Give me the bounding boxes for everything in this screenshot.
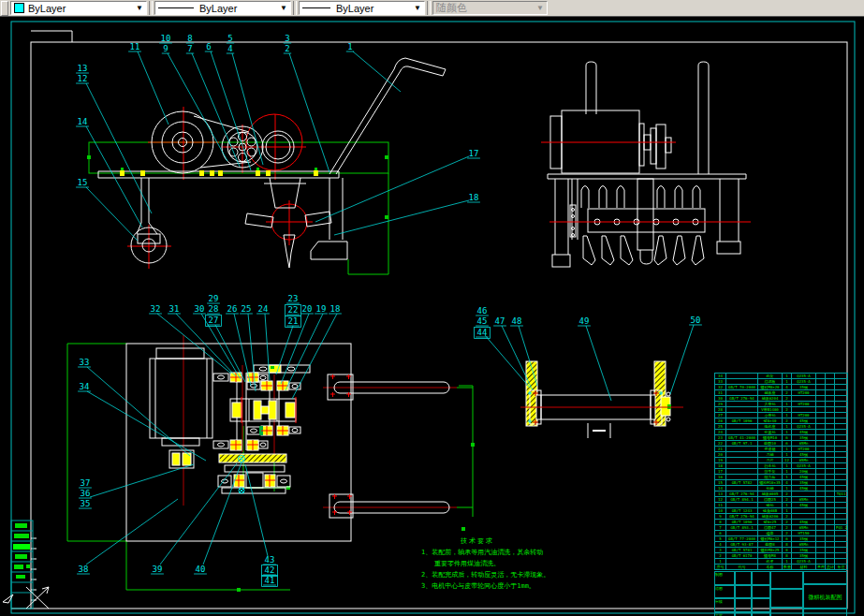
linetype-icon	[158, 7, 194, 8]
title-block-cell	[752, 571, 770, 585]
callout-10: 10	[161, 34, 171, 43]
callout-50: 50	[691, 315, 701, 325]
notes-line: 重要零件用煤油清洗。	[434, 558, 613, 569]
title-block-cell	[735, 612, 752, 616]
toolbar-separator	[427, 1, 431, 15]
title-block-cell	[752, 612, 770, 616]
callout-1: 1	[347, 42, 352, 51]
notes-line: 2、装配完成后，转动应灵活，无卡滞现象。	[421, 569, 613, 580]
title-block-label: 描图	[714, 585, 735, 599]
callout-37: 37	[81, 478, 91, 488]
chevron-down-icon: ▼	[536, 4, 544, 12]
title-block-label: 审核	[714, 598, 735, 612]
color-value: ByLayer	[28, 3, 132, 14]
callout-18: 18	[330, 304, 341, 314]
callout-28: 28	[209, 304, 219, 314]
notes-line: 3、电机中心与皮带轮同心度小于1mm。	[421, 580, 613, 592]
callout-25: 25	[242, 304, 252, 314]
callout-6: 6	[206, 42, 211, 51]
callout-29: 29	[209, 294, 219, 303]
callout-21: 21	[288, 316, 299, 326]
callout-46: 46	[477, 306, 488, 315]
callout-22: 22	[288, 305, 299, 315]
title-block-cell	[752, 598, 770, 612]
callout-44: 44	[477, 328, 488, 337]
callout-47: 47	[495, 316, 505, 326]
view-front-elevation	[541, 62, 751, 267]
chevron-down-icon[interactable]: ▼	[414, 4, 421, 12]
callout-annotations: 1325468710911131214151718323130292827262…	[76, 34, 702, 587]
left-margin-table	[11, 521, 33, 609]
callout-23: 23	[288, 294, 299, 303]
callout-30: 30	[195, 304, 205, 314]
callout-35: 35	[81, 499, 91, 508]
callout-36: 36	[81, 489, 91, 498]
callout-32: 32	[151, 304, 161, 314]
callout-45: 45	[477, 316, 488, 326]
view-plan	[67, 335, 475, 592]
callout-18: 18	[469, 193, 479, 202]
title-block-label: 工艺	[714, 612, 735, 616]
title-block-cell	[770, 608, 803, 616]
callout-19: 19	[316, 304, 327, 314]
title-block: 制图描图审核工艺 微耕机装配图	[714, 571, 847, 616]
color-control-dropdown[interactable]: ByLayer ▼	[10, 1, 147, 15]
callout-39: 39	[153, 565, 163, 574]
title-block-cell	[735, 571, 752, 585]
properties-toolbar: ByLayer ▼ ByLayer ▼ ByLayer ▼ 随颜色 ▼	[0, 0, 864, 17]
lineweight-icon	[302, 7, 330, 8]
color-swatch-icon	[14, 3, 24, 13]
title-block-cell	[735, 585, 752, 599]
title-block-cell	[803, 609, 847, 616]
view-side-elevation	[87, 58, 446, 274]
callout-8: 8	[187, 34, 192, 43]
callout-34: 34	[80, 382, 90, 391]
notes-line: 1、装配前，轴承等用汽油清洗，其余转动	[421, 547, 613, 558]
chevron-down-icon[interactable]: ▼	[280, 4, 287, 12]
lineweight-control-dropdown[interactable]: ByLayer ▼	[299, 1, 425, 15]
callout-42: 42	[265, 565, 275, 575]
plotstyle-control-dropdown: 随颜色 ▼	[432, 1, 548, 15]
title-block-cell	[770, 571, 803, 589]
toolbar-separator	[149, 1, 153, 15]
callout-33: 33	[80, 358, 90, 367]
callout-24: 24	[258, 304, 269, 314]
callout-49: 49	[579, 316, 590, 326]
lineweight-value: ByLayer	[336, 3, 410, 14]
callout-43: 43	[265, 555, 275, 565]
linetype-value: ByLayer	[199, 3, 276, 14]
callout-31: 31	[169, 304, 180, 314]
chevron-down-icon[interactable]: ▼	[136, 4, 143, 12]
callout-2: 2	[285, 44, 289, 53]
callout-38: 38	[79, 565, 89, 574]
technical-notes: 技术要求 1、装配前，轴承等用汽油清洗，其余转动重要零件用煤油清洗。2、装配完成…	[421, 535, 613, 592]
callout-17: 17	[469, 149, 479, 158]
toolbar-grip	[1, 1, 8, 16]
drawing-title: 微耕机装配图	[803, 584, 847, 609]
callout-12: 12	[78, 74, 88, 83]
title-block-cell	[735, 598, 752, 612]
callout-11: 11	[130, 42, 140, 51]
bom-header-row: 序号代号名称数量材料单件总计备注	[715, 565, 848, 570]
callout-26: 26	[227, 304, 238, 314]
callout-14: 14	[78, 117, 88, 126]
callout-41: 41	[265, 576, 275, 585]
plotstyle-value: 随颜色	[436, 1, 533, 15]
title-block-cell	[770, 589, 803, 607]
title-block-label: 制图	[714, 571, 735, 585]
callout-20: 20	[302, 304, 313, 314]
callout-4: 4	[227, 44, 232, 53]
title-block-cell	[803, 571, 847, 584]
callout-3: 3	[285, 34, 289, 43]
callout-40: 40	[196, 565, 206, 574]
callout-7: 7	[187, 44, 192, 53]
callout-15: 15	[78, 178, 88, 187]
callout-9: 9	[163, 44, 168, 53]
bom-parts-table: 34机架1Q235-A33挡泥板1Q235-A32GB/T 70-2000螺钉M…	[714, 373, 847, 570]
callout-13: 13	[78, 64, 88, 73]
linetype-control-dropdown[interactable]: ByLayer ▼	[154, 1, 291, 15]
callout-27: 27	[209, 315, 219, 325]
drawing-canvas[interactable]: 1325468710911131214151718323130292827262…	[0, 17, 864, 616]
notes-title: 技术要求	[461, 535, 613, 547]
toolbar-separator	[293, 1, 297, 15]
